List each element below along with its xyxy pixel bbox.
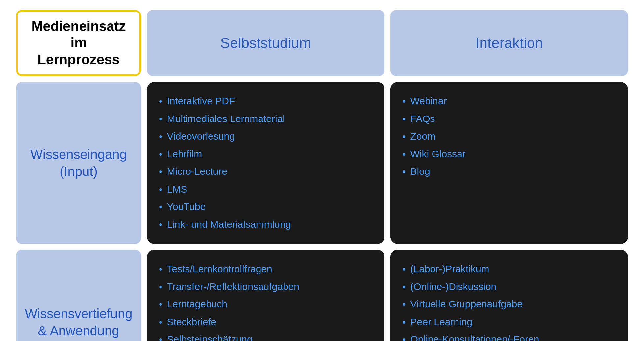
list-item: Videovorlesung: [159, 128, 291, 145]
list-item: (Online-)Diskussion: [402, 278, 539, 296]
list-item: Wiki Glossar: [402, 145, 466, 163]
col2-header: Interaktion: [390, 10, 628, 76]
list-item: Selbsteinschätzung: [159, 331, 299, 341]
main-title: Medieneinsatz imLernprozess: [26, 18, 132, 68]
list-item: Link- und Materialsammlung: [159, 216, 291, 234]
row2-col2-list: (Labor-)Praktikum (Online-)Diskussion Vi…: [402, 260, 539, 341]
list-item: Steckbriefe: [159, 313, 299, 331]
list-item: YouTube: [159, 198, 291, 216]
list-item: Tests/Lernkontrollfragen: [159, 260, 299, 278]
row2-label-text: Wissensvertiefung& Anwendung(Output): [25, 305, 133, 341]
col1-header: Selbststudium: [147, 10, 384, 76]
list-item: Zoom: [402, 128, 466, 145]
col2-header-label: Interaktion: [475, 35, 543, 51]
row2-col2-cell: (Labor-)Praktikum (Online-)Diskussion Vi…: [390, 250, 628, 341]
list-item: Lehrfilm: [159, 145, 291, 163]
row1-col2-cell: Webinar FAQs Zoom Wiki Glossar Blog: [390, 82, 628, 244]
list-item: Blog: [402, 163, 466, 181]
row2-label: Wissensvertiefung& Anwendung(Output): [16, 250, 141, 341]
row1-label-text: Wissenseingang(Input): [30, 146, 127, 180]
list-item: Transfer-/Reflektionsaufgaben: [159, 278, 299, 296]
list-item: Interaktive PDF: [159, 92, 291, 110]
list-item: Peer Learning: [402, 313, 539, 331]
row1-label: Wissenseingang(Input): [16, 82, 141, 244]
title-cell: Medieneinsatz imLernprozess: [16, 10, 141, 76]
list-item: Multimediales Lernmaterial: [159, 110, 291, 128]
main-grid: Medieneinsatz imLernprozess Selbststudiu…: [6, 0, 638, 341]
list-item: LMS: [159, 181, 291, 198]
list-item: FAQs: [402, 110, 466, 128]
row2-col1-cell: Tests/Lernkontrollfragen Transfer-/Refle…: [147, 250, 384, 341]
row1-col1-list: Interaktive PDF Multimediales Lernmateri…: [159, 92, 291, 233]
list-item: Virtuelle Gruppenaufgabe: [402, 296, 539, 313]
row2-col1-list: Tests/Lernkontrollfragen Transfer-/Refle…: [159, 260, 299, 341]
col1-header-label: Selbststudium: [220, 35, 311, 51]
list-item: Micro-Lecture: [159, 163, 291, 181]
row1-col1-cell: Interaktive PDF Multimediales Lernmateri…: [147, 82, 384, 244]
row1-col2-list: Webinar FAQs Zoom Wiki Glossar Blog: [402, 92, 466, 181]
list-item: Online-Konsultationen/-Foren: [402, 331, 539, 341]
list-item: Lerntagebuch: [159, 296, 299, 313]
list-item: Webinar: [402, 92, 466, 110]
list-item: (Labor-)Praktikum: [402, 260, 539, 278]
